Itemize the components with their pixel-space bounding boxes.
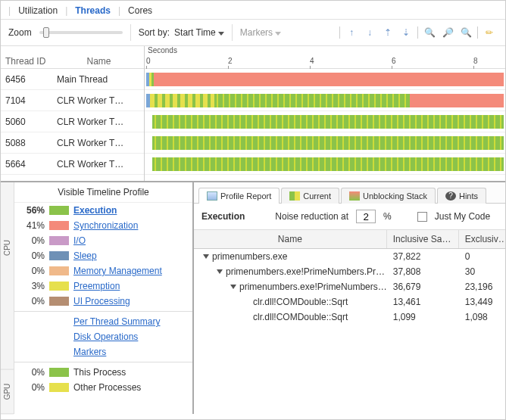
legend-label[interactable]: I/O	[73, 235, 86, 246]
table-row[interactable]: clr.dll!COMDouble::Sqrt13,46113,449	[194, 294, 506, 310]
row-name: primenumbers.exe	[212, 251, 287, 262]
sortby-dropdown[interactable]: Start Time	[174, 27, 224, 38]
zoom-slider[interactable]	[39, 31, 123, 34]
table-row[interactable]: primenumbers.exe37,8220	[194, 249, 506, 264]
move-top-icon[interactable]: ⇡	[380, 25, 396, 40]
report-panel: Profile Report Current Unblocking Stack …	[194, 182, 506, 414]
link-markers[interactable]: Markers	[14, 344, 192, 359]
tab-threads[interactable]: Threads	[70, 4, 115, 17]
link-disk-ops[interactable]: Disk Operations	[14, 329, 192, 344]
row-name: clr.dll!COMDouble::Sqrt	[253, 297, 348, 307]
table-row[interactable]: primenumbers.exe!PrimeNumbers.Pr…37,8083…	[194, 264, 506, 279]
rtab-current[interactable]: Current	[281, 188, 339, 204]
highlight-icon[interactable]: ✏	[481, 25, 498, 40]
legend-item: 0%This Process	[14, 365, 192, 380]
rtab-unblocking[interactable]: Unblocking Stack	[341, 188, 436, 204]
row-inclusive: 37,808	[387, 266, 459, 277]
header-thread-name[interactable]: Name	[54, 56, 144, 67]
zoom-in-icon[interactable]: 🔎	[439, 25, 456, 40]
just-my-code-checkbox[interactable]	[417, 212, 427, 222]
toolbar-icons: ↑ ↓ ⇡ ⇣ 🔍 🔎 🔍 ✏	[338, 25, 498, 40]
help-icon: ?	[445, 191, 456, 201]
color-swatch	[49, 221, 69, 230]
legend-label: Other Processes	[73, 382, 141, 393]
timeline-bar[interactable]	[145, 111, 505, 132]
col-exclusive[interactable]: Exclusive…	[459, 230, 506, 248]
timeline-bar[interactable]	[145, 69, 505, 90]
expand-icon[interactable]	[203, 254, 209, 259]
zoom-thumb[interactable]	[43, 27, 49, 38]
row-inclusive: 37,822	[387, 251, 459, 262]
color-swatch	[49, 282, 69, 291]
zoom-out-icon[interactable]: 🔍	[458, 25, 474, 40]
legend-label[interactable]: UI Processing	[73, 296, 130, 306]
legend-label: This Process	[73, 367, 126, 378]
group-label-blank	[1, 313, 14, 370]
row-exclusive: 0	[459, 251, 506, 262]
rtab-hints[interactable]: ?Hints	[437, 188, 486, 204]
thread-list-header: Thread ID Name	[1, 46, 144, 69]
link-per-thread[interactable]: Per Thread Summary	[14, 314, 192, 329]
thread-row[interactable]: 6456Main Thread	[1, 69, 144, 90]
legend-item[interactable]: 3%Preemption	[14, 278, 192, 294]
toolbar: Zoom Sort by: Start Time Markers ↑ ↓ ⇡ ⇣…	[1, 20, 505, 46]
execution-label: Execution	[201, 211, 245, 222]
just-my-code-label: Just My Code	[435, 211, 490, 222]
row-inclusive: 36,679	[387, 282, 459, 292]
thread-row[interactable]: 7104CLR Worker T…	[1, 90, 144, 111]
timeline-bar[interactable]	[145, 132, 505, 154]
legend-label[interactable]: Execution	[73, 205, 117, 216]
legend-item[interactable]: 56%Execution	[14, 203, 192, 218]
legend-item[interactable]: 0%Memory Management	[14, 263, 192, 278]
timeline: Thread ID Name 6456Main Thread 7104CLR W…	[1, 46, 505, 182]
row-inclusive: 13,461	[387, 297, 459, 307]
legend-item[interactable]: 0%UI Processing	[14, 294, 192, 309]
color-swatch	[49, 251, 69, 260]
move-bottom-icon[interactable]: ⇣	[398, 25, 414, 40]
group-label-gpu: GPU	[1, 370, 14, 414]
group-label-cpu: CPU	[1, 182, 14, 313]
thread-row[interactable]: 5664CLR Worker T…	[1, 154, 144, 175]
noise-pct: %	[383, 211, 392, 222]
profile-title: Visible Timeline Profile	[14, 182, 192, 203]
report-grid-header: Name Inclusive Sam… Exclusive…	[194, 230, 506, 249]
expand-icon[interactable]	[217, 269, 223, 274]
tab-cores[interactable]: Cores	[123, 4, 157, 17]
table-row[interactable]: clr.dll!COMDouble::Sqrt1,0991,098	[194, 310, 506, 325]
row-inclusive: 1,099	[387, 312, 459, 322]
legend-item[interactable]: 0%I/O	[14, 233, 192, 248]
legend-label[interactable]: Sleep	[73, 250, 97, 261]
zoom-selection-icon[interactable]: 🔍	[421, 25, 438, 40]
table-row[interactable]: primenumbers.exe!PrimeNumbers…36,67923,1…	[194, 279, 506, 294]
report-tabs: Profile Report Current Unblocking Stack …	[194, 182, 506, 204]
expand-icon[interactable]	[230, 285, 236, 289]
sortby-group: Sort by: Start Time	[139, 27, 224, 38]
col-inclusive[interactable]: Inclusive Sam…	[387, 230, 459, 248]
timeline-bar[interactable]	[145, 154, 505, 175]
legend-label[interactable]: Preemption	[73, 281, 120, 291]
noise-row: Execution Noise reduction at % Just My C…	[194, 204, 506, 230]
noise-input[interactable]	[356, 210, 376, 223]
legend-label[interactable]: Synchronization	[73, 220, 138, 231]
col-name[interactable]: Name	[194, 230, 387, 248]
markers-dropdown[interactable]: Markers	[240, 27, 281, 38]
sortby-label: Sort by:	[139, 27, 170, 38]
legend-item[interactable]: 0%Sleep	[14, 248, 192, 263]
legend-label[interactable]: Memory Management	[73, 266, 162, 276]
move-down-icon[interactable]: ↓	[361, 25, 378, 40]
thread-row[interactable]: 5088CLR Worker T…	[1, 132, 144, 154]
color-swatch	[49, 383, 69, 392]
timeline-ruler: Seconds 0 2 4 6 8	[145, 46, 505, 69]
move-up-icon[interactable]: ↑	[343, 25, 360, 40]
timeline-bar[interactable]	[145, 90, 505, 111]
report-grid-body: primenumbers.exe37,8220primenumbers.exe!…	[194, 249, 506, 414]
legend-item[interactable]: 41%Synchronization	[14, 218, 192, 233]
rtab-profile-report[interactable]: Profile Report	[198, 188, 280, 204]
header-thread-id[interactable]: Thread ID	[1, 56, 54, 67]
thread-row[interactable]: 5060CLR Worker T…	[1, 111, 144, 132]
color-swatch	[49, 368, 69, 377]
timeline-canvas[interactable]: Seconds 0 2 4 6 8	[145, 46, 505, 181]
tab-utilization[interactable]: Utilization	[14, 4, 62, 17]
zoom-label: Zoom	[8, 27, 32, 38]
report-icon	[207, 191, 217, 201]
